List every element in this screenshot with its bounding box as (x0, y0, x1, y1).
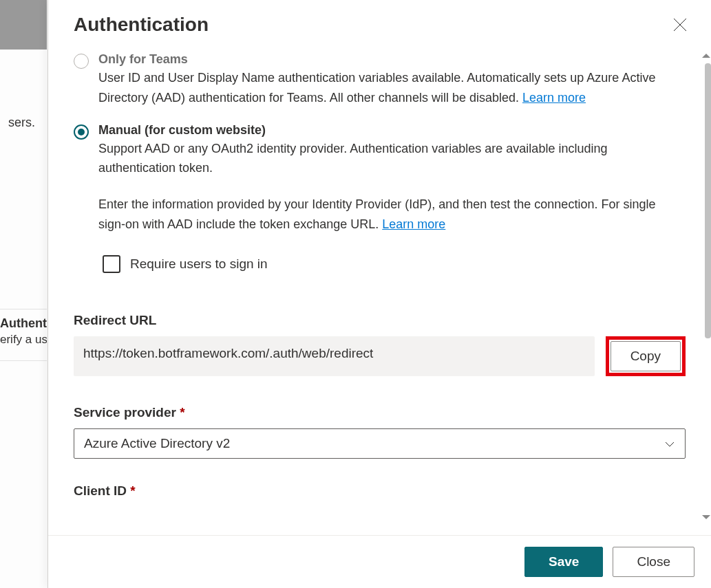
option-desc-manual: Support AAD or any OAuth2 identity provi… (98, 139, 686, 179)
redirect-url-row: https://token.botframework.com/.auth/web… (74, 336, 686, 376)
panel-title: Authentication (74, 14, 209, 36)
client-id-label: Client ID * (74, 483, 686, 499)
redirect-url-value[interactable]: https://token.botframework.com/.auth/web… (74, 336, 595, 376)
service-provider-select[interactable]: Azure Active Directory v2 (74, 428, 686, 459)
option-only-for-teams[interactable]: Only for Teams User ID and User Display … (74, 52, 686, 108)
required-asterisk: * (180, 405, 184, 420)
panel-footer: Save Close (48, 535, 711, 588)
service-provider-field: Service provider * Azure Active Director… (74, 405, 686, 459)
option-desc-teams: User ID and User Display Name authentica… (98, 68, 686, 108)
learn-more-link-manual[interactable]: Learn more (382, 217, 445, 231)
chevron-down-icon (664, 438, 675, 449)
background-auth-title: Authentication (0, 316, 47, 331)
authentication-panel: Authentication Only for Teams User ID an… (47, 0, 711, 588)
radio-manual[interactable] (74, 124, 89, 140)
option-title-manual: Manual (for custom website) (98, 123, 686, 138)
service-provider-value: Azure Active Directory v2 (84, 436, 230, 451)
required-asterisk: * (130, 483, 135, 498)
redirect-url-field: Redirect URL https://token.botframework.… (74, 313, 686, 376)
scroll-up-icon[interactable] (702, 54, 710, 58)
service-provider-label: Service provider * (74, 405, 686, 420)
option-manual[interactable]: Manual (for custom website) Support AAD … (74, 123, 686, 273)
panel-header: Authentication (48, 0, 711, 43)
option-instructions-text: Enter the information provided by your I… (98, 197, 655, 231)
panel-body: Only for Teams User ID and User Display … (48, 43, 711, 535)
learn-more-link-teams[interactable]: Learn more (522, 91, 586, 105)
background-section: Authentication erify a user's identity. (0, 309, 47, 361)
require-signin-label: Require users to sign in (130, 257, 268, 272)
copy-button[interactable]: Copy (611, 341, 681, 371)
background-topbar (0, 0, 47, 50)
scrollbar[interactable] (700, 51, 711, 522)
option-body: Only for Teams User ID and User Display … (98, 52, 686, 108)
background-auth-sub: erify a user's identity. (0, 333, 47, 347)
background-text-fragment: sers. (8, 116, 35, 130)
option-title-teams: Only for Teams (98, 52, 686, 67)
save-button[interactable]: Save (524, 547, 603, 577)
scroll-down-icon[interactable] (702, 515, 710, 519)
scroll-thumb[interactable] (705, 63, 711, 338)
close-button[interactable]: Close (613, 547, 694, 577)
service-provider-label-text: Service provider (74, 405, 176, 420)
redirect-url-label: Redirect URL (74, 313, 686, 328)
require-signin-checkbox[interactable] (103, 255, 120, 273)
option-instructions-manual: Enter the information provided by your I… (98, 195, 686, 235)
close-icon[interactable] (672, 17, 688, 32)
copy-button-wrap: Copy (606, 336, 686, 376)
radio-teams[interactable] (74, 54, 89, 69)
client-id-field: Client ID * (74, 483, 686, 499)
client-id-label-text: Client ID (74, 483, 127, 498)
require-signin-row: Require users to sign in (103, 255, 686, 273)
option-body: Manual (for custom website) Support AAD … (98, 123, 686, 273)
